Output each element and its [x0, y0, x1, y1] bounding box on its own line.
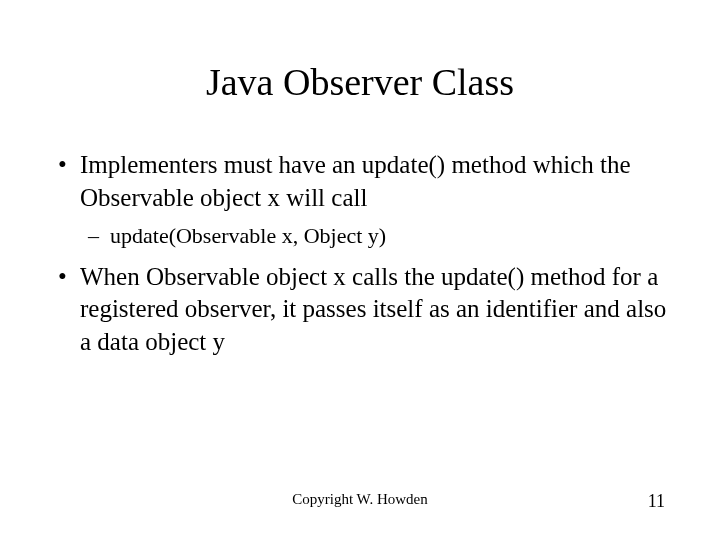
bullet-item: When Observable object x calls the updat… — [50, 261, 670, 359]
sub-bullet-text: update(Observable x, Object y) — [110, 223, 386, 248]
page-number: 11 — [648, 491, 665, 512]
copyright-text: Copyright W. Howden — [50, 491, 670, 508]
sub-bullet-item: update(Observable x, Object y) — [50, 222, 670, 251]
slide-footer: Copyright W. Howden 11 — [0, 491, 720, 508]
slide-content: Implementers must have an update() metho… — [50, 149, 670, 358]
slide-title: Java Observer Class — [50, 60, 670, 104]
bullet-item: Implementers must have an update() metho… — [50, 149, 670, 214]
bullet-text: Implementers must have an update() metho… — [80, 151, 631, 211]
bullet-text: When Observable object x calls the updat… — [80, 263, 666, 355]
